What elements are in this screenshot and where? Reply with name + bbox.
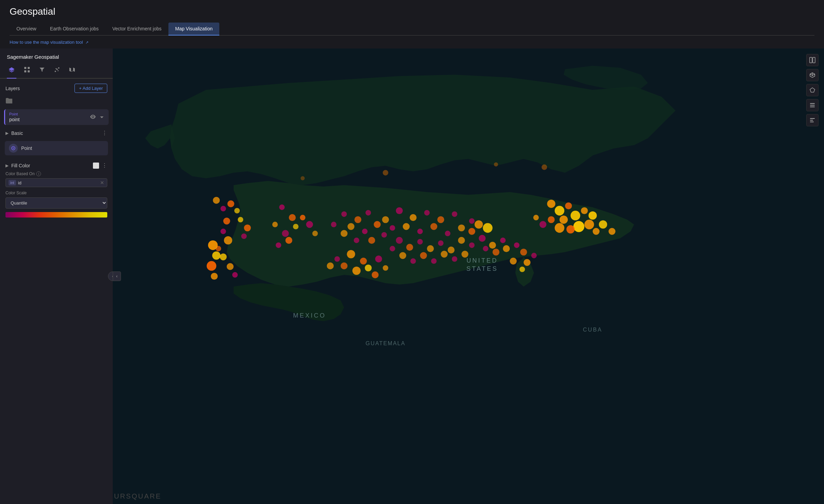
sidebar-toggle-map-edge[interactable]: ‹	[113, 271, 121, 281]
svg-text:CUBA: CUBA	[583, 326, 602, 333]
point-icon	[9, 144, 18, 153]
3d-view-button[interactable]	[806, 69, 819, 81]
svg-rect-3	[28, 70, 30, 72]
svg-point-37	[213, 197, 220, 204]
svg-point-55	[355, 216, 361, 223]
layer-card-info: Point point	[9, 112, 19, 122]
tab-earth-obs[interactable]: Earth Observation jobs	[43, 23, 105, 36]
svg-point-85	[524, 259, 531, 266]
svg-point-4	[55, 71, 56, 72]
svg-point-28	[300, 215, 305, 220]
svg-point-40	[234, 208, 240, 213]
svg-point-62	[354, 238, 359, 243]
help-link[interactable]: How to use the map visualization tool ↗	[10, 40, 88, 45]
folder-icon	[5, 99, 12, 105]
svg-point-52	[382, 216, 389, 223]
svg-point-82	[520, 249, 527, 255]
layer-visibility-toggle[interactable]	[90, 114, 96, 121]
tab-vector-enrich[interactable]: Vector Enrichment jobs	[106, 23, 168, 36]
svg-point-47	[417, 229, 423, 234]
svg-point-75	[479, 235, 485, 242]
main-content: Sagemaker Geospatial Layers + Add Layer	[0, 48, 824, 504]
svg-point-57	[347, 223, 354, 230]
svg-point-80	[503, 245, 510, 252]
svg-text:FOURSQUARE: FOURSQUARE	[113, 492, 162, 500]
svg-point-51	[469, 218, 475, 224]
layer-name-label: point	[9, 117, 19, 122]
svg-point-124	[494, 163, 498, 167]
fill-color-swatch[interactable]	[93, 163, 99, 169]
svg-point-18	[227, 263, 234, 270]
list-view-button[interactable]	[806, 99, 819, 111]
svg-point-70	[375, 255, 382, 262]
svg-point-94	[581, 207, 588, 214]
svg-point-8	[58, 70, 59, 71]
info-icon[interactable]: i	[36, 171, 41, 176]
svg-point-36	[211, 273, 218, 280]
point-item: Point	[5, 141, 108, 155]
svg-point-69	[341, 263, 347, 269]
fill-header-left: ▶ Fill Color	[5, 163, 30, 168]
svg-point-33	[208, 240, 218, 250]
svg-point-74	[327, 263, 334, 269]
tag-remove-button[interactable]: ✕	[100, 180, 104, 185]
svg-text:UNITED: UNITED	[466, 257, 498, 264]
svg-point-122	[462, 251, 468, 257]
basic-section-label: ▶ Basic	[5, 130, 23, 136]
sidebar-collapse-button[interactable]: ‹	[108, 271, 113, 281]
svg-point-109	[396, 237, 403, 244]
align-button[interactable]	[806, 114, 819, 126]
svg-point-38	[220, 206, 226, 211]
svg-point-59	[374, 221, 381, 228]
sidebar-icon-toolbar	[0, 63, 113, 79]
svg-rect-137	[810, 105, 815, 106]
sidebar-map-icon[interactable]	[68, 65, 77, 76]
svg-point-42	[410, 214, 416, 221]
map-area[interactable]: UNITED STATES MEXICO CUBA GUATEMALA FOUR…	[113, 48, 824, 504]
svg-point-77	[500, 238, 506, 243]
sidebar-scatter-icon[interactable]	[53, 65, 61, 76]
svg-point-107	[483, 223, 492, 233]
svg-point-97	[573, 221, 584, 232]
external-link-icon: ↗	[85, 40, 88, 44]
svg-rect-134	[813, 57, 815, 63]
svg-point-88	[458, 237, 465, 244]
svg-point-112	[427, 245, 434, 252]
svg-point-71	[383, 265, 388, 271]
svg-point-46	[403, 223, 410, 230]
tab-overview[interactable]: Overview	[10, 23, 43, 36]
fill-expand-arrow[interactable]: ▶	[5, 163, 9, 168]
basic-section-menu[interactable]: ⋮	[102, 130, 107, 136]
sidebar-layers-icon[interactable]	[7, 65, 16, 76]
fill-header-right: ⋮	[93, 162, 107, 169]
fill-section-menu[interactable]: ⋮	[102, 162, 107, 169]
svg-point-54	[341, 211, 347, 217]
color-gradient-bar	[5, 212, 107, 218]
app-header: Geospatial Overview Earth Observation jo…	[0, 0, 824, 36]
svg-rect-140	[810, 120, 813, 121]
folder-icon-row	[0, 96, 113, 108]
layer-expand-button[interactable]	[99, 114, 105, 121]
svg-point-119	[431, 258, 437, 264]
color-field-tag: int id ✕	[5, 178, 107, 187]
svg-point-120	[441, 251, 448, 257]
svg-point-87	[469, 242, 475, 248]
svg-point-93	[571, 211, 580, 220]
svg-point-81	[514, 242, 519, 248]
svg-point-78	[493, 249, 499, 255]
basic-expand-arrow[interactable]: ▶	[5, 131, 9, 136]
svg-point-65	[347, 250, 355, 258]
svg-rect-141	[810, 122, 814, 122]
svg-point-39	[228, 200, 234, 207]
svg-point-95	[589, 211, 597, 220]
sidebar-filter-icon[interactable]	[38, 65, 46, 76]
add-layer-button[interactable]: + Add Layer	[74, 84, 107, 93]
sidebar-grid-icon[interactable]	[23, 65, 31, 76]
tab-map-viz[interactable]: Map Visualization	[168, 23, 219, 36]
svg-point-73	[334, 256, 340, 262]
color-scale-select[interactable]: Quantile	[5, 197, 107, 209]
draw-button[interactable]	[806, 84, 819, 96]
svg-point-103	[593, 228, 600, 235]
svg-point-45	[452, 211, 457, 217]
split-view-button[interactable]	[806, 54, 819, 66]
